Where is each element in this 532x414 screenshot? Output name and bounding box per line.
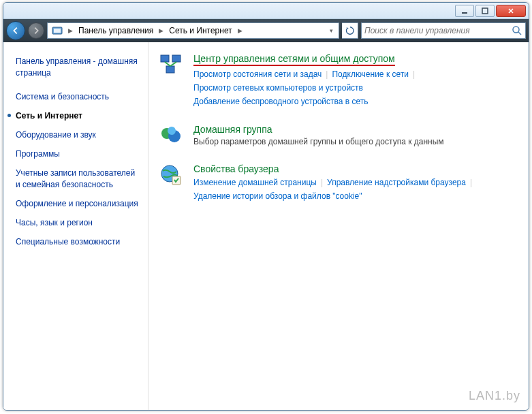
breadcrumb-arrow-icon[interactable]: ▶ xyxy=(65,27,76,34)
breadcrumb-item[interactable]: Панель управления xyxy=(76,26,156,35)
sidebar-item[interactable]: Оборудование и звук xyxy=(16,129,140,140)
control-panel-icon xyxy=(52,25,63,36)
minimize-button[interactable] xyxy=(455,5,474,17)
svg-rect-3 xyxy=(54,29,61,33)
forward-button[interactable] xyxy=(28,22,44,39)
sidebar-home-link[interactable]: Панель управления - домашняя страница xyxy=(16,56,140,79)
sidebar-item[interactable]: Оформление и персонализация xyxy=(16,198,140,209)
section-title-link[interactable]: Свойства браузера xyxy=(193,163,279,174)
navbar: ▶ Панель управления ▶ Сеть и Интернет ▶ … xyxy=(3,19,529,42)
search-input[interactable] xyxy=(364,26,512,35)
refresh-button[interactable] xyxy=(342,22,358,39)
section-title-link[interactable]: Домашняя группа xyxy=(193,124,272,135)
svg-line-5 xyxy=(518,32,521,35)
svg-rect-6 xyxy=(161,55,169,62)
section-internet-options: Свойства браузера Изменение домашней стр… xyxy=(159,163,518,204)
back-button[interactable] xyxy=(6,21,25,40)
address-dropdown-icon[interactable]: ▾ xyxy=(326,27,337,34)
section-link[interactable]: Изменение домашней страницы xyxy=(193,178,317,187)
svg-rect-8 xyxy=(166,66,174,73)
network-center-icon xyxy=(159,53,187,78)
sidebar: Панель управления - домашняя страница Си… xyxy=(3,42,148,410)
close-button[interactable] xyxy=(496,5,526,17)
search-icon[interactable] xyxy=(512,25,522,36)
section-link[interactable]: Удаление истории обзора и файлов "cookie… xyxy=(193,191,362,201)
svg-rect-0 xyxy=(462,12,467,14)
globe-icon xyxy=(159,163,187,188)
window-frame: ▶ Панель управления ▶ Сеть и Интернет ▶ … xyxy=(3,2,529,411)
breadcrumb-arrow-icon[interactable]: ▶ xyxy=(156,27,166,34)
svg-point-11 xyxy=(168,127,176,135)
watermark: LAN1.by xyxy=(469,389,520,403)
titlebar xyxy=(3,3,529,19)
breadcrumb-item[interactable]: Сеть и Интернет xyxy=(166,26,234,35)
sidebar-item[interactable]: Программы xyxy=(16,148,140,159)
section-link[interactable]: Подключение к сети xyxy=(332,69,408,79)
window-controls xyxy=(454,5,526,17)
section-link[interactable]: Добавление беспроводного устройства в се… xyxy=(193,97,369,106)
homegroup-icon xyxy=(159,124,187,148)
body-area: Панель управления - домашняя страница Си… xyxy=(3,42,529,410)
sidebar-item[interactable]: Часы, язык и регион xyxy=(16,217,140,228)
section-network-center: Центр управления сетями и общим доступом… xyxy=(159,53,518,109)
breadcrumb-arrow-icon[interactable]: ▶ xyxy=(235,27,245,34)
section-link[interactable]: Управление надстройками браузера xyxy=(327,178,466,187)
svg-rect-7 xyxy=(172,55,181,62)
sidebar-item[interactable]: Учетные записи пользователей и семейная … xyxy=(16,168,140,189)
section-title-link[interactable]: Центр управления сетями и общим доступом xyxy=(193,53,395,66)
content-pane: Центр управления сетями и общим доступом… xyxy=(148,42,529,410)
section-link[interactable]: Просмотр состояния сети и задач xyxy=(193,69,322,79)
section-homegroup: Домашняя группа Выбор параметров домашне… xyxy=(159,124,518,148)
svg-rect-1 xyxy=(482,8,488,14)
search-bar[interactable] xyxy=(361,22,526,39)
maximize-button[interactable] xyxy=(475,5,495,17)
sidebar-item[interactable]: Специальные возможности xyxy=(16,236,140,247)
sidebar-item[interactable]: Сеть и Интернет xyxy=(16,110,140,121)
address-bar[interactable]: ▶ Панель управления ▶ Сеть и Интернет ▶ … xyxy=(47,22,339,39)
sidebar-item[interactable]: Система и безопасность xyxy=(16,91,140,102)
section-link[interactable]: Просмотр сетевых компьютеров и устройств xyxy=(193,83,363,93)
section-subtitle: Выбор параметров домашней группы и общег… xyxy=(193,137,518,146)
svg-point-4 xyxy=(513,27,519,33)
